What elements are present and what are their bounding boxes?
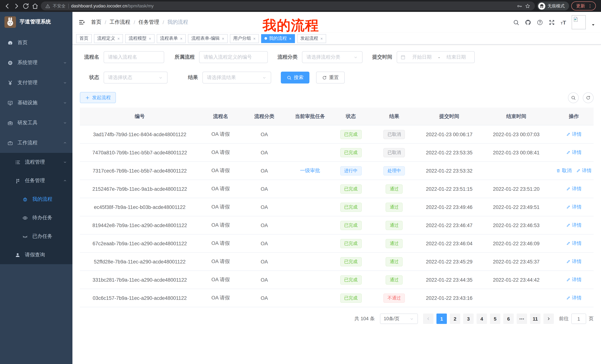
search-button[interactable]: 搜索 <box>281 72 310 84</box>
sidebar-item-process-mgmt[interactable]: 流程管理 <box>0 153 72 172</box>
breadcrumb-separator: / <box>163 19 164 25</box>
detail-link[interactable]: 详情 <box>566 149 581 156</box>
sidebar-item-system[interactable]: 系统管理 <box>0 53 72 73</box>
detail-link[interactable]: 详情 <box>566 240 581 247</box>
cancel-link[interactable]: 取消 <box>556 167 571 174</box>
font-size-icon[interactable]: TT <box>561 19 566 25</box>
detail-link[interactable]: 详情 <box>566 185 581 192</box>
cell-status: 进行中 <box>333 166 369 175</box>
browser-menu-dots-icon[interactable] <box>588 3 592 8</box>
update-button[interactable]: 更新 <box>571 1 596 10</box>
create-process-button[interactable]: 发起流程 <box>80 92 116 103</box>
logo[interactable]: 芋道管理系统 <box>0 12 72 32</box>
filter-category: 流程分类 请选择流程分类 <box>278 51 362 63</box>
key-icon[interactable] <box>517 3 522 9</box>
page-button-3[interactable]: 3 <box>463 314 474 324</box>
toggle-search-button[interactable] <box>568 92 579 103</box>
sidebar-item-home[interactable]: 首页 <box>0 33 72 53</box>
incognito-icon <box>538 2 545 10</box>
view-tab-流程模型[interactable]: 流程模型× <box>125 34 155 43</box>
github-icon[interactable] <box>525 19 531 25</box>
more-pages-button[interactable]: ••• <box>517 314 527 324</box>
forward-icon[interactable] <box>13 2 20 10</box>
submit-time-range-input[interactable]: 开始日期 - 结束日期 <box>397 51 475 63</box>
breadcrumb-item[interactable]: 首页 <box>91 19 101 26</box>
sidebar-item-todo-tasks[interactable]: 待办任务 <box>0 209 72 227</box>
next-page-button[interactable] <box>543 314 554 324</box>
view-tab-流程定义[interactable]: 流程定义× <box>94 34 123 43</box>
not-secure-warning-icon[interactable] <box>45 3 50 8</box>
page-button-2[interactable]: 2 <box>450 314 460 324</box>
sidebar-item-task-mgmt[interactable]: 任务管理 <box>0 172 72 190</box>
view-tab-发起流程[interactable]: 发起流程× <box>297 34 326 43</box>
status-label: 状态 <box>80 74 99 81</box>
sidebar-item-done-tasks[interactable]: 已办任务 <box>0 227 72 246</box>
address-bar[interactable]: 不安全 dashboard.yudao.iocoder.cn/bpm/task/… <box>41 1 535 10</box>
detail-link[interactable]: 详情 <box>566 258 581 265</box>
detail-link[interactable]: 详情 <box>566 222 581 229</box>
refresh-table-button[interactable] <box>583 92 594 103</box>
page-button-1[interactable]: 1 <box>436 314 447 324</box>
star-icon[interactable] <box>525 3 531 9</box>
detail-link[interactable]: 详情 <box>566 204 581 211</box>
close-icon[interactable]: × <box>149 36 151 41</box>
cell-category: OA <box>242 277 287 283</box>
result-select[interactable]: 请选择流结果 <box>202 72 271 84</box>
cell-actions: 详情 <box>554 222 594 229</box>
view-tab-首页[interactable]: 首页 <box>76 34 92 43</box>
page-button-11[interactable]: 11 <box>530 314 541 324</box>
filter-process-definition: 所属流程 请输入流程定义的编号 <box>174 51 268 63</box>
current-task-link[interactable]: 一级审批 <box>300 168 320 173</box>
view-tab-用户分组[interactable]: 用户分组× <box>230 34 259 43</box>
fullscreen-icon[interactable] <box>549 19 555 25</box>
filter-submit-time: 提交时间 开始日期 - 结束日期 <box>372 51 475 63</box>
flow-icon <box>15 178 20 183</box>
process-name-input[interactable]: 请输入流程名 <box>104 51 164 63</box>
search-icon[interactable] <box>513 19 520 25</box>
page-size-select[interactable]: 10条/页 <box>380 314 418 324</box>
home-icon[interactable] <box>31 2 39 10</box>
page-button-4[interactable]: 4 <box>477 314 487 324</box>
sidebar-item-dev-tools[interactable]: 研发工具 <box>0 113 72 133</box>
cell-result: 通过 <box>369 184 420 193</box>
sidebar-item-my-process[interactable]: 我的流程 <box>0 190 72 209</box>
category-select[interactable]: 请选择流程分类 <box>302 51 362 63</box>
cell-process-name: OA 请假 <box>200 295 242 301</box>
caret-down-icon[interactable] <box>591 23 595 27</box>
close-icon[interactable]: × <box>320 36 323 41</box>
sidebar-item-infra[interactable]: 基础设施 <box>0 93 72 113</box>
reload-icon[interactable] <box>22 2 29 10</box>
cell-id: 52ffd28e-7b9a-11ec-a290-acde48001122 <box>80 259 200 264</box>
collapse-sidebar-icon[interactable] <box>78 19 85 26</box>
detail-link[interactable]: 详情 <box>566 277 581 283</box>
breadcrumb-item[interactable]: 任务管理 <box>139 19 159 26</box>
table-row: 7317cec6-7b9b-11ec-b5b7-acde48001122OA 请… <box>80 162 594 180</box>
page-button-5[interactable]: 5 <box>490 314 500 324</box>
view-tab-流程表单-编辑[interactable]: 流程表单-编辑× <box>188 34 228 43</box>
process-definition-input[interactable]: 请输入流程定义的编号 <box>199 51 268 63</box>
status-select[interactable]: 请选择状态 <box>104 72 168 84</box>
sidebar-item-workflow[interactable]: 工作流程 <box>0 133 72 153</box>
close-icon[interactable]: × <box>180 36 182 41</box>
avatar[interactable] <box>572 15 586 29</box>
close-icon[interactable]: × <box>117 36 120 41</box>
sidebar-item-leave-query[interactable]: 请假查询 <box>0 246 72 264</box>
close-icon[interactable]: × <box>222 36 224 41</box>
prev-page-button[interactable] <box>423 314 433 324</box>
close-icon[interactable]: × <box>253 36 256 41</box>
sidebar-item-payment[interactable]: 支付管理 <box>0 73 72 93</box>
goto-page-input[interactable]: 1 <box>571 314 586 324</box>
view-tab-流程表单[interactable]: 流程表单× <box>157 34 186 43</box>
tab-label: 发起流程 <box>300 35 318 42</box>
help-icon[interactable] <box>537 19 543 25</box>
view-tab-我的流程[interactable]: 我的流程× <box>261 34 295 43</box>
edit-icon <box>566 132 570 136</box>
reset-button[interactable]: 重置 <box>316 72 345 84</box>
back-icon[interactable] <box>4 2 11 10</box>
detail-link[interactable]: 详情 <box>566 295 581 301</box>
breadcrumb-item[interactable]: 工作流程 <box>110 19 130 26</box>
detail-link[interactable]: 详情 <box>566 131 581 138</box>
detail-link[interactable]: 详情 <box>576 167 591 174</box>
page-button-6[interactable]: 6 <box>503 314 514 324</box>
close-icon[interactable]: × <box>289 36 291 41</box>
